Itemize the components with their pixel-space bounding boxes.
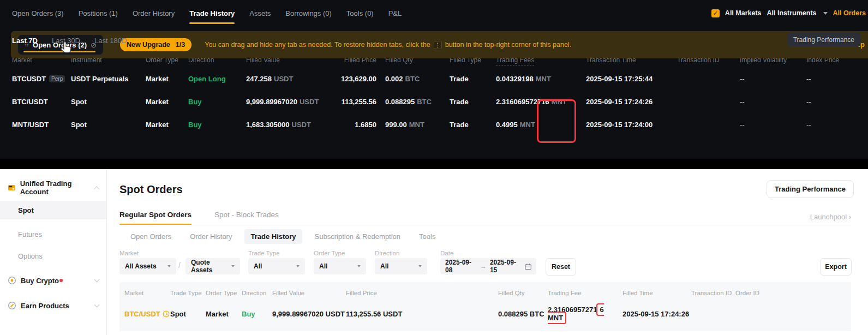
chevron-down-icon[interactable] — [94, 277, 100, 283]
sidebar-item-earn-products[interactable]: Earn Products — [0, 299, 106, 312]
direction-cell: Buy — [188, 98, 246, 106]
transaction-time-cell: 2025-09-15 17:25:44 — [586, 75, 677, 83]
trading-fee: 2.316069572716 — [496, 98, 549, 106]
filled-value-unit: USDT — [274, 75, 293, 83]
tab-spot-block-trades[interactable]: Spot - Block Trades — [214, 211, 279, 225]
direction-select[interactable]: All — [375, 258, 427, 274]
sidebar-item-label: Unified Trading Account — [20, 180, 95, 196]
tab-tools[interactable]: Tools (0) — [346, 0, 374, 26]
trading-fee: 0.4995 — [496, 121, 518, 129]
filled-value: 247.258 — [246, 75, 272, 83]
all-markets-checkbox[interactable]: ✓ — [711, 9, 720, 17]
filled-qty: 0.002 — [385, 75, 403, 83]
trading-fee-cell: 2.316069572716 MNT — [548, 306, 622, 322]
filled-time-cell: 2025-09-15 17:24:26 — [622, 310, 691, 318]
direction-cell: Buy — [242, 310, 272, 318]
quote-asset-select[interactable]: Quote Assets — [185, 258, 240, 274]
implied-volatility-cell: -- — [740, 98, 806, 106]
table-header: Market Trade Type Order Type Direction F… — [119, 282, 851, 296]
market-symbol[interactable]: BTC/USDT — [12, 98, 71, 106]
filled-value: 1,683.305000 — [246, 121, 290, 129]
trading-performance-button[interactable]: Trading Performance — [767, 180, 854, 198]
trading-performance-button-dark[interactable]: Trading Performance — [787, 33, 860, 47]
chevron-down-icon[interactable] — [94, 302, 100, 308]
col-filled-value: Filled Value — [272, 290, 346, 296]
col-market: Market — [124, 290, 170, 296]
tab-pnl[interactable]: P&L — [388, 0, 402, 26]
sidebar-item-options[interactable]: Options — [18, 252, 43, 260]
tab-order-history[interactable]: Order History — [133, 0, 175, 26]
sidebar-item-buy-crypto[interactable]: Buy Crypto — [0, 274, 106, 287]
subtab-tools[interactable]: Tools — [413, 229, 441, 244]
pair-info-icon[interactable] — [163, 310, 170, 318]
caret-down-icon — [418, 265, 422, 267]
trade-type-filter-label: Trade Type — [248, 250, 280, 256]
col-filled-price: Filled Price — [346, 290, 498, 296]
date-range-picker[interactable]: 2025-09-08 → 2025-09-15 — [440, 258, 536, 274]
tab-trade-history[interactable]: Trade History — [189, 0, 235, 26]
table-row[interactable]: MNT/USDT Spot Market Buy 1,683.305000USD… — [0, 113, 868, 136]
tabs-divider — [119, 225, 851, 225]
table-row[interactable]: BTC/USDT Spot Market Buy 9,999.89967020 … — [119, 306, 851, 322]
launchpool-link[interactable]: Launchpool › — [810, 213, 851, 221]
sidebar-item-label: Buy Crypto — [21, 277, 59, 285]
market-symbol[interactable]: BTCUSDT — [12, 75, 46, 83]
all-instruments-dropdown[interactable]: All Instruments — [767, 9, 817, 17]
tab-open-orders[interactable]: Open Orders (3) — [12, 0, 64, 26]
order-type-cell: Market — [206, 310, 242, 318]
caret-down-icon — [167, 265, 171, 267]
range-last-7d[interactable]: Last 7D — [12, 37, 38, 45]
trade-history-panel: Open Orders (3) Positions (1) Order Hist… — [0, 0, 868, 159]
sidebar-item-unified-trading-account[interactable]: Unified Trading Account — [0, 181, 106, 194]
page-title: Spot Orders — [119, 183, 183, 196]
subtab-trade-history[interactable]: Trade History — [244, 229, 302, 244]
export-button[interactable]: Export — [820, 258, 852, 276]
tab-borrowings[interactable]: Borrowings (0) — [285, 0, 332, 26]
order-type-select[interactable]: All — [314, 258, 366, 274]
trade-type-cell: Spot — [170, 310, 206, 318]
filled-value-cell: 9,999.89967020 USDT — [272, 310, 346, 318]
cursor-hand-icon — [59, 40, 72, 55]
subtab-open-orders[interactable]: Open Orders — [124, 229, 177, 244]
all-markets-label[interactable]: All Markets — [725, 9, 762, 17]
sidebar-item-spot[interactable]: Spot — [0, 201, 106, 219]
filled-qty: 0.088295 — [385, 98, 415, 106]
sidebar-item-futures[interactable]: Futures — [18, 230, 42, 238]
filled-type-cell: Trade — [450, 98, 496, 106]
all-orders-link[interactable]: All Orders — [833, 9, 866, 17]
range-last-180d[interactable]: Last 180D — [94, 37, 127, 45]
reset-button[interactable]: Reset — [546, 258, 576, 276]
col-order-id: Order ID — [735, 290, 851, 296]
sidebar-item-label: Spot — [18, 206, 34, 214]
market-symbol[interactable]: BTC/USDT — [124, 310, 170, 318]
col-filled-time: Filled Time — [622, 290, 691, 296]
order-type-cell: Market — [146, 75, 188, 83]
chevron-down-icon[interactable] — [823, 12, 828, 15]
direction-filter-label: Direction — [375, 250, 399, 256]
trade-type-select[interactable]: All — [248, 258, 305, 274]
col-order-type: Order Type — [206, 290, 242, 296]
date-to: 2025-09-15 — [490, 259, 522, 274]
tab-regular-spot-orders[interactable]: Regular Spot Orders — [119, 211, 191, 225]
implied-volatility-cell: -- — [740, 121, 806, 129]
table-row[interactable]: BTCUSDTPerp USDT Perpetuals Market Open … — [0, 67, 868, 90]
table-row[interactable]: BTC/USDT Spot Market Buy 9,999.89967020U… — [0, 90, 868, 113]
trading-fee: 0.04329198 — [496, 75, 534, 83]
direction-cell: Open Long — [188, 75, 246, 83]
subtab-subscription-redemption[interactable]: Subscription & Redemption — [309, 229, 407, 244]
top-tabbar: Open Orders (3) Positions (1) Order Hist… — [0, 0, 868, 26]
market-symbol[interactable]: MNT/USDT — [12, 121, 71, 129]
subtab-order-history[interactable]: Order History — [184, 229, 238, 244]
tab-positions[interactable]: Positions (1) — [79, 0, 118, 26]
date-filter-label: Date — [440, 250, 453, 256]
filled-type-cell: Trade — [450, 75, 496, 83]
instrument-cell: USDT Perpetuals — [71, 75, 146, 83]
tab-assets[interactable]: Assets — [249, 0, 271, 26]
order-type-cell: Market — [146, 98, 188, 106]
base-asset-select[interactable]: All Assets — [119, 258, 176, 274]
index-price-cell: -- — [806, 121, 868, 129]
filled-type-cell: Trade — [450, 121, 496, 129]
filled-qty-unit: MNT — [409, 121, 424, 129]
filled-qty-cell: 0.088295 BTC — [498, 310, 548, 318]
sidebar: Unified Trading Account Spot Futures Opt… — [0, 169, 107, 335]
